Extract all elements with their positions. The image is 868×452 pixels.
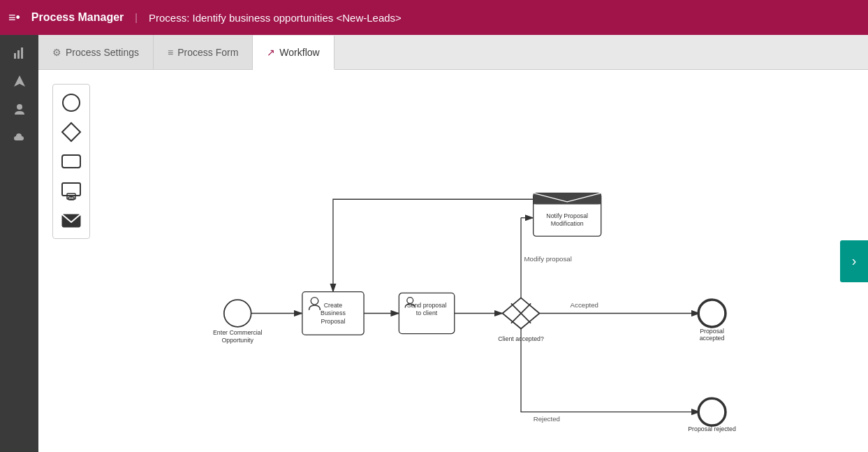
svg-text:Accepted: Accepted: [571, 301, 598, 309]
sidebar-item-analytics[interactable]: [6, 41, 34, 66]
svg-rect-2: [21, 48, 23, 59]
svg-rect-1: [17, 50, 20, 59]
svg-point-4: [17, 104, 22, 110]
svg-point-25: [224, 300, 251, 327]
svg-rect-0: [14, 53, 16, 59]
app-header: ≡• Process Manager | Process: Identify b…: [0, 0, 868, 35]
svg-rect-43: [534, 193, 601, 204]
form-icon: ≡: [168, 47, 173, 58]
svg-point-46: [698, 300, 726, 327]
svg-text:Opportunity: Opportunity: [221, 337, 253, 344]
tab-process-form[interactable]: ≡ Process Form: [154, 35, 253, 69]
main-layout: ⚙ Process Settings ≡ Process Form ↗ Work…: [0, 35, 868, 452]
svg-text:Create: Create: [324, 302, 343, 309]
menu-icon[interactable]: ≡•: [8, 10, 20, 25]
svg-marker-3: [14, 75, 25, 87]
svg-text:Client accepted?: Client accepted?: [498, 335, 544, 342]
toolbox: [52, 84, 90, 239]
header-separator: |: [135, 12, 138, 23]
tab-workflow-label: Workflow: [279, 47, 319, 58]
svg-text:Business: Business: [321, 309, 346, 316]
svg-text:accepted: accepted: [700, 335, 725, 342]
app-title: Process Manager: [31, 11, 124, 24]
svg-point-49: [698, 398, 726, 425]
process-title: Process: Identify business opportunities…: [149, 12, 402, 24]
svg-text:Modify proposal: Modify proposal: [524, 255, 571, 263]
subprocess-tool[interactable]: [59, 178, 84, 203]
svg-text:Proposal: Proposal: [700, 328, 724, 335]
tab-process-settings-label: Process Settings: [66, 47, 139, 58]
svg-point-5: [63, 94, 80, 111]
settings-icon: ⚙: [52, 47, 61, 58]
left-sidebar: [0, 35, 38, 452]
content-area: ⚙ Process Settings ≡ Process Form ↗ Work…: [38, 35, 868, 452]
svg-text:Notify Proposal: Notify Proposal: [546, 212, 588, 219]
tab-workflow[interactable]: ↗ Workflow: [253, 36, 334, 70]
start-event-tool[interactable]: [59, 90, 84, 115]
tab-process-settings[interactable]: ⚙ Process Settings: [38, 35, 154, 69]
sidebar-item-cloud[interactable]: [6, 124, 34, 150]
svg-text:Proposal rejected: Proposal rejected: [688, 425, 736, 432]
svg-rect-7: [62, 155, 80, 168]
task-tool[interactable]: [59, 149, 84, 174]
next-chevron-icon: ›: [852, 253, 857, 269]
svg-text:Enter Commercial: Enter Commercial: [213, 329, 263, 336]
sidebar-item-navigate[interactable]: [6, 68, 34, 94]
tabs-bar: ⚙ Process Settings ≡ Process Form ↗ Work…: [38, 35, 868, 70]
nav-next-arrow[interactable]: ›: [840, 240, 868, 282]
svg-text:Send proposal: Send proposal: [407, 302, 447, 309]
sidebar-item-users[interactable]: [6, 96, 34, 122]
svg-text:Modification: Modification: [551, 220, 584, 227]
bpmn-diagram: Modify proposal Accepted Rejected Enter …: [38, 70, 868, 452]
tab-process-form-label: Process Form: [177, 47, 238, 58]
svg-text:to client: to client: [416, 309, 438, 316]
gateway-tool[interactable]: [59, 119, 84, 145]
svg-text:Proposal: Proposal: [321, 318, 346, 325]
workflow-canvas: Modify proposal Accepted Rejected Enter …: [38, 70, 868, 452]
message-tool[interactable]: [59, 207, 84, 233]
svg-text:Rejected: Rejected: [534, 415, 560, 423]
workflow-icon: ↗: [267, 47, 275, 58]
svg-marker-6: [62, 123, 80, 141]
